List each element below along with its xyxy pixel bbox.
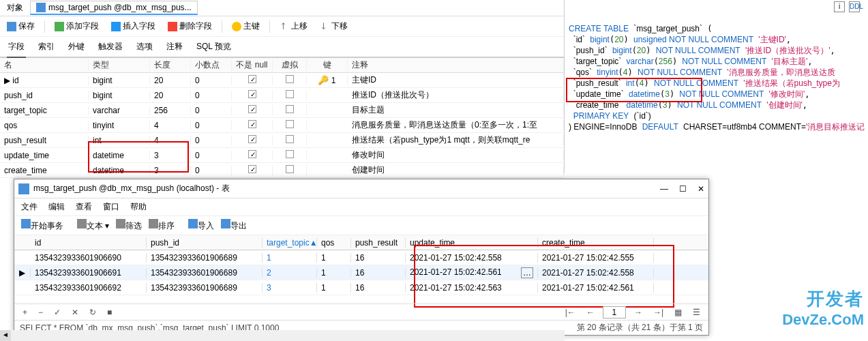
horizontal-scrollbar[interactable]: ◄ bbox=[0, 330, 565, 341]
insert-field-button[interactable]: 插入字段 bbox=[108, 19, 158, 33]
field-comment[interactable]: 修改时间 bbox=[348, 149, 564, 161]
checkbox-icon[interactable] bbox=[286, 75, 294, 83]
import-button[interactable]: 导入 bbox=[188, 219, 214, 232]
hdr-notnull[interactable]: 不是 null bbox=[232, 59, 273, 71]
subtab-fk[interactable]: 外键 bbox=[67, 40, 86, 54]
checkbox-icon[interactable] bbox=[248, 135, 256, 143]
cancel-button[interactable]: ✕ bbox=[69, 308, 81, 317]
subtab-indexes[interactable]: 索引 bbox=[37, 40, 56, 54]
checkbox-icon[interactable] bbox=[286, 105, 294, 113]
field-notnull[interactable] bbox=[232, 120, 273, 130]
field-row[interactable]: create_timedatetime30创建时间 bbox=[0, 163, 564, 178]
field-notnull[interactable] bbox=[232, 165, 273, 175]
del-row-button[interactable]: − bbox=[35, 308, 46, 317]
refresh-button[interactable]: ↻ bbox=[87, 308, 99, 317]
menu-file[interactable]: 文件 bbox=[21, 201, 38, 213]
col-update-time[interactable]: update_time bbox=[406, 238, 538, 248]
checkbox-icon[interactable] bbox=[286, 120, 294, 128]
field-name[interactable]: create_time bbox=[0, 166, 89, 175]
subtab-triggers[interactable]: 触发器 bbox=[97, 40, 124, 54]
table-tab[interactable]: msg_target_push @db_mx_msg_pus... bbox=[30, 1, 198, 15]
close-button[interactable]: ✕ bbox=[698, 184, 704, 194]
field-name[interactable]: target_topic bbox=[0, 106, 89, 115]
cell-create-time[interactable]: 2021-01-27 15:02:42.555 bbox=[538, 253, 654, 263]
menu-view[interactable]: 查看 bbox=[76, 201, 92, 213]
field-type[interactable]: int bbox=[89, 136, 150, 145]
data-row[interactable]: 1354323933601906692135432393360190668931… bbox=[14, 280, 708, 295]
primary-key-button[interactable]: 主键 bbox=[229, 19, 263, 33]
checkbox-icon[interactable] bbox=[248, 105, 256, 113]
sort-button[interactable]: 排序 bbox=[149, 219, 175, 232]
field-comment[interactable]: 目标主题 bbox=[348, 104, 564, 116]
field-virtual[interactable] bbox=[273, 90, 307, 100]
field-length[interactable]: 256 bbox=[150, 106, 191, 115]
field-comment[interactable]: 创建时间 bbox=[348, 164, 564, 176]
cell-push-result[interactable]: 16 bbox=[351, 283, 406, 293]
form-view-button[interactable]: ☰ bbox=[690, 308, 703, 317]
cell-target-topic[interactable]: 3 bbox=[263, 283, 317, 293]
ellipsis-button[interactable]: … bbox=[521, 267, 533, 278]
hdr-length[interactable]: 长度 bbox=[150, 59, 191, 71]
window-title-bar[interactable]: msg_target_push @db_mx_msg_push (localho… bbox=[14, 179, 708, 198]
objects-tab[interactable]: 对象 bbox=[0, 0, 30, 16]
field-length[interactable]: 20 bbox=[150, 76, 191, 85]
field-name[interactable]: push_result bbox=[0, 136, 89, 145]
field-decimal[interactable]: 0 bbox=[191, 106, 232, 115]
field-name[interactable]: update_time bbox=[0, 151, 89, 160]
field-type[interactable]: bigint bbox=[89, 76, 150, 85]
col-qos[interactable]: qos bbox=[317, 238, 351, 248]
field-decimal[interactable]: 0 bbox=[191, 76, 232, 85]
field-row[interactable]: push_idbigint200推送ID（推送批次号） bbox=[0, 88, 564, 103]
field-decimal[interactable]: 0 bbox=[191, 91, 232, 100]
field-row[interactable]: ▶ idbigint200🔑 1主键ID bbox=[0, 73, 564, 88]
page-input[interactable] bbox=[603, 306, 626, 318]
checkbox-icon[interactable] bbox=[286, 150, 294, 158]
grid-view-button[interactable]: ▦ bbox=[672, 308, 685, 317]
checkbox-icon[interactable] bbox=[248, 120, 256, 128]
cell-push-id[interactable]: 1354323933601906689 bbox=[147, 283, 263, 293]
hdr-key[interactable]: 键 bbox=[307, 59, 348, 71]
subtab-sql-preview[interactable]: SQL 预览 bbox=[195, 40, 233, 54]
field-length[interactable]: 3 bbox=[150, 151, 191, 160]
info-icon[interactable]: i bbox=[834, 1, 845, 12]
field-name[interactable]: push_id bbox=[0, 91, 89, 100]
field-decimal[interactable]: 0 bbox=[191, 121, 232, 130]
hdr-decimal[interactable]: 小数点 bbox=[191, 59, 232, 71]
menu-help[interactable]: 帮助 bbox=[130, 201, 147, 213]
field-virtual[interactable] bbox=[273, 135, 307, 145]
checkbox-icon[interactable] bbox=[286, 165, 294, 173]
stop-button[interactable]: ■ bbox=[104, 308, 115, 317]
cell-qos[interactable]: 1 bbox=[317, 283, 351, 293]
field-type[interactable]: datetime bbox=[89, 151, 150, 160]
subtab-comments[interactable]: 注释 bbox=[165, 40, 184, 54]
cell-id[interactable]: 1354323933601906691 bbox=[31, 268, 147, 278]
field-key[interactable]: 🔑 1 bbox=[307, 75, 348, 85]
field-length[interactable]: 4 bbox=[150, 136, 191, 145]
hdr-comment[interactable]: 注释 bbox=[348, 59, 564, 71]
field-notnull[interactable] bbox=[232, 135, 273, 145]
field-notnull[interactable] bbox=[232, 75, 273, 85]
maximize-button[interactable]: ☐ bbox=[679, 184, 687, 194]
field-row[interactable]: qostinyint40消息服务质量，即消息送达质量（0:至多一次，1:至 bbox=[0, 118, 564, 133]
field-virtual[interactable] bbox=[273, 120, 307, 130]
col-create-time[interactable]: create_time bbox=[538, 238, 654, 248]
field-virtual[interactable] bbox=[273, 105, 307, 115]
cell-target-topic[interactable]: 1 bbox=[263, 253, 317, 263]
first-page-button[interactable]: |← bbox=[563, 308, 578, 317]
cell-push-result[interactable]: 16 bbox=[351, 268, 406, 278]
col-id[interactable]: id bbox=[31, 238, 147, 248]
col-target-topic[interactable]: target_topic▲ bbox=[263, 238, 317, 248]
add-field-button[interactable]: 添加字段 bbox=[52, 19, 102, 33]
checkbox-icon[interactable] bbox=[286, 90, 294, 98]
cell-qos[interactable]: 1 bbox=[317, 268, 351, 278]
field-row[interactable]: update_timedatetime30修改时间 bbox=[0, 148, 564, 163]
data-row[interactable]: ▶135432393360190669113543239336019066892… bbox=[14, 265, 708, 280]
minimize-button[interactable]: — bbox=[660, 184, 668, 194]
field-length[interactable]: 20 bbox=[150, 91, 191, 100]
cell-update-time[interactable]: 2021-01-27 15:02:42.561… bbox=[406, 267, 538, 278]
field-notnull[interactable] bbox=[232, 105, 273, 115]
filter-button[interactable]: 筛选 bbox=[116, 219, 142, 232]
cell-push-id[interactable]: 1354323933601906689 bbox=[147, 253, 263, 263]
checkbox-icon[interactable] bbox=[248, 75, 256, 83]
move-up-button[interactable]: 上移 bbox=[277, 19, 310, 33]
